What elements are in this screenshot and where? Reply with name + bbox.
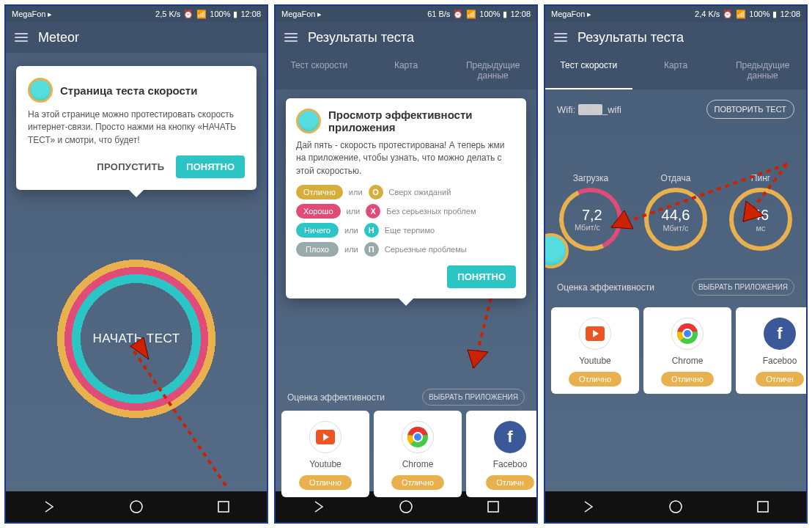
status-bar: MegaFon ▸ 2,4 K/s ⏰ 📶 100% ▮ 12:08 — [545, 6, 806, 22]
tab-speed[interactable]: Тест скорости — [276, 53, 363, 89]
metric-value: 7,2 — [582, 207, 602, 224]
app-header: Meteor — [6, 22, 267, 53]
nav-back-icon[interactable] — [41, 499, 57, 515]
status-bar: MegaFon ▸ 2,5 K/s ⏰ 📶 100% ▮ 12:08 — [6, 6, 267, 22]
rating-desc: Сверх ожиданий — [389, 188, 451, 197]
popup-title: Просмотр эффективности приложения — [328, 109, 516, 133]
rating-row: ХорошоилиХБез серьезных проблем — [296, 204, 516, 219]
carrier-icon: ▸ — [48, 10, 52, 19]
speed-ring[interactable]: НАЧАТЬ ТЕСТ — [56, 258, 217, 419]
tab-speed[interactable]: Тест скорости — [545, 53, 632, 89]
signal-icon: 📶 — [466, 10, 476, 19]
ok-button[interactable]: ПОНЯТНО — [447, 265, 516, 288]
repeat-test-button[interactable]: ПОВТОРИТЬ ТЕСТ — [706, 100, 794, 119]
header-title: Meteor — [38, 30, 79, 45]
app-card[interactable]: ChromeОтлично — [643, 307, 731, 394]
rating-desc: Серьезные проблемы — [385, 245, 467, 254]
battery-icon: ▮ — [772, 10, 777, 19]
rating-row: НичегоилиНЕще терпимо — [296, 223, 516, 238]
rating-letter: О — [369, 185, 383, 199]
battery-label: 100% — [479, 10, 500, 18]
pick-apps-button[interactable]: ВЫБРАТЬ ПРИЛОЖЕНИЯ — [692, 279, 794, 296]
carrier-label: MegaFon — [12, 10, 45, 18]
nav-home-icon[interactable] — [128, 499, 144, 515]
tutorial-popup: Страница теста скорости На этой странице… — [16, 66, 256, 190]
eval-label: Оценка эффективности — [287, 392, 385, 403]
metric-value: 46 — [753, 207, 769, 224]
net-speed: 61 B/s — [427, 10, 450, 18]
menu-icon[interactable] — [15, 33, 28, 42]
app-card[interactable]: fFacebooОтличн — [466, 411, 536, 497]
tab-map[interactable]: Карта — [632, 53, 720, 89]
menu-icon[interactable] — [554, 33, 567, 42]
mascot-icon — [28, 78, 53, 103]
nav-home-icon[interactable] — [668, 499, 684, 515]
battery-icon: ▮ — [233, 10, 237, 19]
svg-point-26 — [670, 501, 682, 513]
skip-button[interactable]: ПРОПУСТИТЬ — [89, 155, 171, 178]
metric-label: Загрузка — [559, 173, 622, 183]
wifi-row: Wifi: xx_wifi ПОВТОРИТЬ ТЕСТ — [545, 89, 806, 129]
rating-desc: Еще терпимо — [385, 226, 435, 235]
chrome-icon — [671, 318, 704, 350]
app-card[interactable]: YoutubeОтлично — [281, 411, 369, 497]
svg-point-10 — [414, 433, 421, 441]
phone-screen-3: MegaFon ▸ 2,4 K/s ⏰ 📶 100% ▮ 12:08 Резул… — [544, 4, 808, 524]
nav-bar — [6, 491, 267, 522]
carrier-label: MegaFon — [551, 10, 585, 18]
svg-point-21 — [684, 330, 691, 337]
header-title: Результаты теста — [308, 30, 414, 45]
yt-icon — [579, 318, 611, 350]
fb-icon: f — [764, 318, 796, 350]
signal-icon: 📶 — [736, 10, 746, 19]
app-card[interactable]: ChromeОтлично — [374, 411, 462, 497]
net-speed: 2,4 K/s — [695, 10, 720, 18]
wifi-name: _wifi — [602, 104, 621, 115]
wifi-label: Wifi: — [557, 104, 575, 115]
rating-pill: Плохо — [296, 242, 339, 257]
rating-or: или — [344, 226, 358, 235]
metric-unit: Мбит/с — [662, 224, 688, 232]
carrier-icon: ▸ — [317, 10, 322, 19]
tutorial-popup: Просмотр эффективности приложения Дай пя… — [286, 98, 526, 298]
app-rating-pill: Отлично — [569, 372, 621, 386]
nav-back-icon[interactable] — [580, 499, 597, 515]
app-card[interactable]: fFacebooОтличн — [736, 307, 806, 394]
app-rating-pill: Отлично — [391, 475, 444, 490]
app-card[interactable]: YoutubeОтлично — [551, 307, 639, 394]
ok-button[interactable]: ПОНЯТНО — [176, 155, 245, 178]
fb-icon: f — [494, 421, 526, 453]
signal-icon: 📶 — [196, 10, 207, 19]
metric-value: 44,6 — [662, 207, 690, 224]
yt-icon — [309, 421, 342, 453]
tab-bar: Тест скорости Карта Предыдущие данные — [545, 53, 806, 89]
popup-body: На этой странице можно протестировать ск… — [28, 109, 245, 147]
metric-ring: 46мс — [729, 188, 792, 251]
svg-marker-12 — [468, 350, 488, 368]
app-rating-pill: Отличн — [486, 475, 534, 490]
popup-body: Дай пять - скорость протестирована! А те… — [296, 139, 516, 177]
carrier-icon: ▸ — [587, 10, 591, 19]
metric: Загрузка7,2Мбит/с — [559, 173, 622, 251]
pick-apps-button[interactable]: ВЫБРАТЬ ПРИЛОЖЕНИЯ — [422, 389, 525, 406]
app-rating-pill: Отлично — [299, 475, 352, 490]
metric-ring: 44,6Мбит/с — [644, 188, 707, 251]
app-name: Youtube — [556, 356, 635, 366]
alarm-icon: ⏰ — [183, 10, 193, 19]
menu-icon[interactable] — [284, 33, 298, 42]
eval-label: Оценка эффективности — [557, 282, 654, 293]
nav-recent-icon[interactable] — [755, 499, 771, 515]
svg-rect-14 — [488, 502, 498, 512]
tab-map[interactable]: Карта — [363, 53, 450, 89]
rating-or: или — [344, 245, 358, 254]
metric: Отдача44,6Мбит/с — [644, 173, 707, 251]
nav-recent-icon[interactable] — [215, 499, 232, 515]
app-name: Chrome — [648, 356, 727, 366]
app-header: Результаты теста — [545, 22, 806, 53]
app-rating-pill: Отлично — [661, 372, 714, 386]
tab-prev[interactable]: Предыдущие данные — [449, 53, 536, 89]
rating-or: или — [349, 188, 363, 197]
battery-label: 100% — [749, 10, 769, 18]
tab-prev[interactable]: Предыдущие данные — [719, 53, 806, 89]
metric-unit: Мбит/с — [575, 223, 600, 232]
